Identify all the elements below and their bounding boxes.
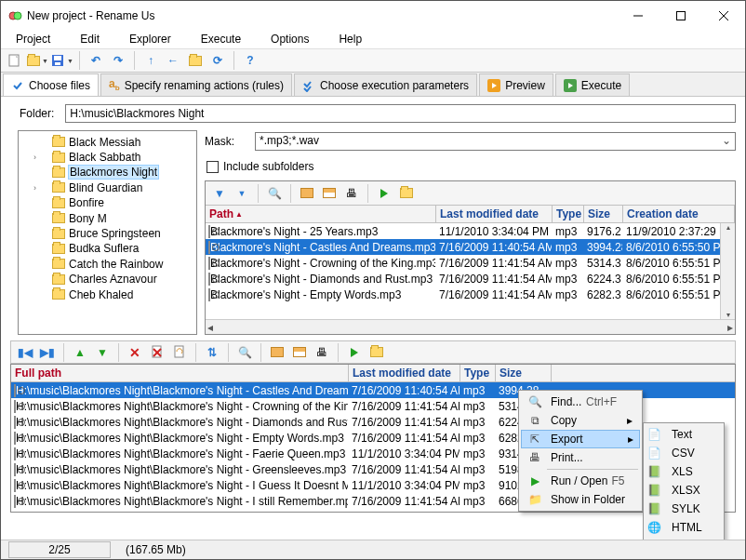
grid1-grid-button[interactable] <box>319 183 340 204</box>
menu-item[interactable]: 🖶Print... <box>521 448 640 467</box>
folder-icon <box>52 259 65 269</box>
menu-edit[interactable]: Edit <box>74 31 105 47</box>
svg-point-1 <box>14 12 21 20</box>
tree-item[interactable]: Black Messiah <box>20 135 194 150</box>
grid1-expand-button[interactable]: ▼ <box>209 183 230 204</box>
last-button[interactable]: ▶▮ <box>37 342 58 363</box>
include-subfolders-checkbox[interactable] <box>206 161 219 173</box>
tab-bar: Choose files abSpecify renaming actions … <box>1 73 745 97</box>
move-up-button[interactable]: ▲ <box>70 342 90 363</box>
grid2-find-button[interactable]: 🔍 <box>234 342 255 363</box>
folder-tree[interactable]: Black Messiah›Black SabbathBlackmores Ni… <box>18 130 197 335</box>
column-header[interactable]: Type <box>553 206 584 222</box>
close-button[interactable] <box>702 2 745 30</box>
table-row[interactable]: Blackmore's Night - Crowning of the King… <box>206 255 735 271</box>
delete-page-button[interactable] <box>147 342 167 363</box>
tab-execute[interactable]: Execute <box>555 73 630 96</box>
back-button[interactable]: ← <box>163 50 183 71</box>
menu-item[interactable]: 📗XLS <box>646 462 722 481</box>
move-down-button[interactable]: ▼ <box>92 342 113 363</box>
tree-item[interactable]: Charles Aznavour <box>20 273 194 287</box>
menu-project[interactable]: Project <box>10 31 56 47</box>
tab-specify-rules[interactable]: abSpecify renaming actions (rules) <box>100 73 292 96</box>
table-row[interactable]: Blackmore's Night - Empty Words.mp37/16/… <box>206 287 735 302</box>
minimize-button[interactable] <box>617 2 659 30</box>
menu-item[interactable]: 📄CSV <box>646 444 722 462</box>
tab-exec-params[interactable]: Choose execution parameters <box>294 73 477 96</box>
grid1-print-button[interactable]: 🖶 <box>341 183 362 204</box>
column-header[interactable]: Path▲ <box>206 206 436 222</box>
home-folder-button[interactable] <box>185 50 206 71</box>
refresh-button[interactable]: ⟳ <box>207 50 228 71</box>
new-project-button[interactable] <box>5 50 25 71</box>
open-project-button[interactable]: ▼ <box>27 50 48 71</box>
context-menu[interactable]: 🔍Find...Ctrl+F⧉Copy▸⇱Export▸🖶Print...▶Ru… <box>518 390 643 512</box>
tree-item[interactable]: Bony M <box>20 211 194 226</box>
menu-item[interactable]: 📁Show in Folder <box>521 490 640 509</box>
maximize-button[interactable] <box>659 2 702 30</box>
tree-item[interactable]: Blackmores Night <box>20 166 194 180</box>
column-header[interactable]: Full path <box>11 365 349 381</box>
tab-preview[interactable]: Preview <box>479 73 553 96</box>
grid1-find-button[interactable]: 🔍 <box>264 183 285 204</box>
tree-item[interactable]: ›Black Sabbath <box>20 150 194 165</box>
swap-button[interactable]: ⇅ <box>202 342 222 363</box>
first-button[interactable]: ▮◀ <box>15 342 35 363</box>
menu-explorer[interactable]: Explorer <box>124 31 177 47</box>
menu-item[interactable]: ▶Run / OpenF5 <box>521 472 640 490</box>
column-header[interactable]: Last modified date <box>436 206 553 222</box>
folder-icon <box>52 244 65 254</box>
grid1-scrollbar-h[interactable]: ◂▸ <box>206 319 735 334</box>
grid2-run-button[interactable] <box>344 342 365 363</box>
export-submenu[interactable]: 📄Text📄CSV📗XLS📗XLSX📗SYLK🌐HTML🌐XML <box>643 422 725 558</box>
tree-item[interactable]: Catch the Rainbow <box>20 257 194 272</box>
menu-item[interactable]: 🔍Find...Ctrl+F <box>521 393 640 411</box>
grid1-scrollbar-v[interactable] <box>720 223 735 319</box>
grid2-grid-button[interactable] <box>289 342 310 363</box>
menu-item[interactable]: 📄Text <box>646 425 722 444</box>
restore-button[interactable] <box>169 342 190 363</box>
grid2-print-button[interactable]: 🖶 <box>312 342 332 363</box>
help-button[interactable]: ? <box>240 50 260 71</box>
grid1-run-button[interactable] <box>374 183 394 204</box>
save-project-button[interactable]: ▼ <box>50 50 73 71</box>
undo-button[interactable]: ↶ <box>86 50 106 71</box>
menu-item[interactable]: ⇱Export▸ <box>521 430 640 448</box>
redo-button[interactable]: ↷ <box>108 50 128 71</box>
table-row[interactable]: Blackmore's Night - Diamonds and Rust.mp… <box>206 271 735 287</box>
folder-input[interactable] <box>65 104 736 123</box>
column-header[interactable]: Type <box>460 365 496 381</box>
app-icon <box>8 8 23 23</box>
menu-item[interactable]: 📗SYLK <box>646 500 722 518</box>
column-header[interactable]: Creation date <box>623 206 735 222</box>
delete-button[interactable]: ✕ <box>125 342 145 363</box>
column-header[interactable]: Last modified date <box>349 365 460 381</box>
window-title: New project - Rename Us <box>23 9 154 22</box>
up-button[interactable]: ↑ <box>140 50 161 71</box>
tree-item[interactable]: Budka Suflera <box>20 242 194 257</box>
menu-item[interactable]: 📗XLSX <box>646 481 722 500</box>
grid1-folder-button[interactable] <box>396 183 417 204</box>
queue-toolbar: ▮◀ ▶▮ ▲ ▼ ✕ ⇅ 🔍 🖶 <box>10 340 736 364</box>
grid2-cols-button[interactable] <box>267 342 287 363</box>
mask-combo[interactable]: *.mp3;*.wav <box>255 132 736 151</box>
grid2-folder-button[interactable] <box>366 342 387 363</box>
tab-choose-files[interactable]: Choose files <box>3 73 99 96</box>
menu-help[interactable]: Help <box>333 31 367 47</box>
tree-item[interactable]: Bruce Springsteen <box>20 226 194 241</box>
menu-options[interactable]: Options <box>265 31 314 47</box>
menu-execute[interactable]: Execute <box>195 31 246 47</box>
table-row[interactable]: Blackmore's Night - 25 Years.mp311/1/201… <box>206 223 735 239</box>
column-header[interactable]: Size <box>584 206 623 222</box>
column-header[interactable]: Size <box>496 365 552 381</box>
folder-icon <box>52 274 65 285</box>
tree-item[interactable]: ›Blind Guardian <box>20 180 194 195</box>
grid1-cols-button[interactable] <box>297 183 317 204</box>
menu-item[interactable]: 🌐HTML <box>646 518 722 537</box>
table-row[interactable]: Blackmore's Night - Castles And Dreams.m… <box>206 239 735 255</box>
tree-item[interactable]: Bonfire <box>20 196 194 211</box>
menu-bar: Project Edit Explorer Execute Options He… <box>1 30 745 48</box>
tree-item[interactable]: Cheb Khaled <box>20 287 194 302</box>
grid1-expand-small-button[interactable]: ▼ <box>232 183 252 204</box>
menu-item[interactable]: ⧉Copy▸ <box>521 411 640 430</box>
